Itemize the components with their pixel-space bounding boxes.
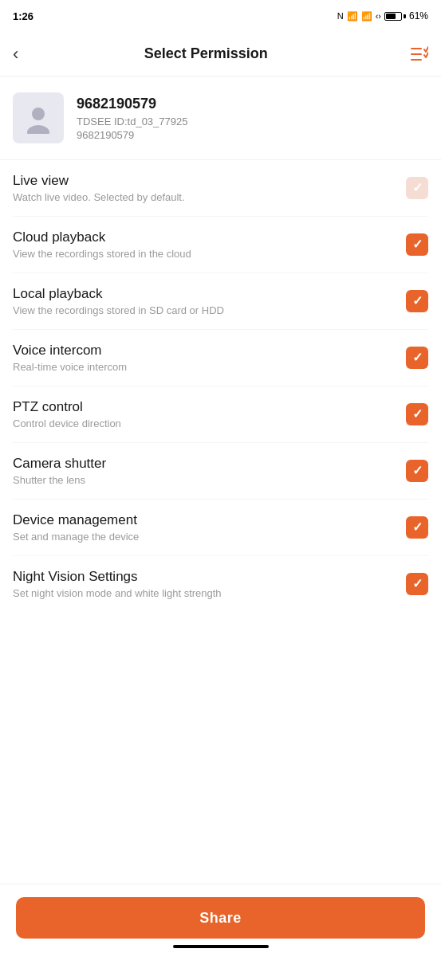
wifi-icon: 📶 xyxy=(361,11,372,22)
profile-sub-id: 9682190579 xyxy=(77,129,187,141)
permission-name: Camera shutter xyxy=(13,456,396,472)
permission-desc: Set and manage the device xyxy=(13,531,396,543)
checkmark-icon: ✓ xyxy=(412,238,423,251)
status-bar: 1:26 N 📶 📶 ‹› 61% xyxy=(0,0,441,32)
permission-desc: Real-time voice intercom xyxy=(13,361,396,373)
svg-point-3 xyxy=(32,108,45,120)
permission-desc: Watch live video. Selected by default. xyxy=(13,191,396,203)
permission-checkbox[interactable]: ✓ xyxy=(406,573,428,595)
permission-checkbox[interactable]: ✓ xyxy=(406,460,428,482)
profile-id: 9682190579 xyxy=(77,96,187,112)
status-icons: N 📶 📶 ‹› 61% xyxy=(337,10,428,22)
permission-text: Night Vision Settings Set night vision m… xyxy=(13,569,396,599)
checkmark-icon: ✓ xyxy=(412,295,423,308)
permission-item[interactable]: PTZ control Control device direction ✓ xyxy=(13,386,428,443)
battery-icon xyxy=(384,12,406,21)
permission-text: Device management Set and manage the dev… xyxy=(13,512,396,543)
permission-text: Voice intercom Real-time voice intercom xyxy=(13,343,396,373)
permission-checkbox[interactable]: ✓ xyxy=(406,516,428,539)
svg-rect-0 xyxy=(411,48,422,49)
permission-name: PTZ control xyxy=(13,399,396,415)
permission-text: Live view Watch live video. Selected by … xyxy=(13,173,396,203)
permission-checkbox[interactable]: ✓ xyxy=(406,347,428,369)
permission-name: Night Vision Settings xyxy=(13,569,396,585)
svg-rect-1 xyxy=(411,53,422,55)
permission-checkbox[interactable]: ✓ xyxy=(406,233,428,256)
permission-desc: View the recordings stored in SD card or… xyxy=(13,304,396,316)
header: ‹ Select Permission xyxy=(0,32,441,76)
list-check-icon[interactable] xyxy=(411,45,428,63)
permission-item[interactable]: Device management Set and manage the dev… xyxy=(13,500,428,556)
checkmark-icon: ✓ xyxy=(412,521,423,534)
share-button[interactable]: Share xyxy=(16,897,425,939)
permission-desc: Shutter the lens xyxy=(13,474,396,486)
page-title: Select Permission xyxy=(25,45,387,62)
signal-bars-icon: ‹› xyxy=(376,11,381,21)
permissions-list: Live view Watch live video. Selected by … xyxy=(0,160,441,612)
checkmark-icon: ✓ xyxy=(412,465,423,477)
home-bar xyxy=(173,945,269,948)
checkmark-icon: ✓ xyxy=(412,408,423,421)
network-icon: N xyxy=(337,11,344,21)
home-indicator xyxy=(16,939,425,951)
permission-item[interactable]: Live view Watch live video. Selected by … xyxy=(13,160,428,217)
profile-section: 9682190579 TDSEE ID:td_03_77925 96821905… xyxy=(0,76,441,160)
permission-text: PTZ control Control device direction xyxy=(13,399,396,429)
back-button[interactable]: ‹ xyxy=(13,41,25,68)
checkmark-icon: ✓ xyxy=(412,578,423,590)
permission-checkbox[interactable]: ✓ xyxy=(406,403,428,425)
permission-desc: Set night vision mode and white light st… xyxy=(13,587,396,599)
permission-item[interactable]: Night Vision Settings Set night vision m… xyxy=(13,556,428,612)
permission-item[interactable]: Cloud playback View the recordings store… xyxy=(13,217,428,273)
checkmark-icon: ✓ xyxy=(412,351,423,364)
battery-percent: 61% xyxy=(409,10,428,22)
permission-desc: View the recordings stored in the cloud xyxy=(13,248,396,260)
permission-name: Device management xyxy=(13,512,396,528)
permission-name: Voice intercom xyxy=(13,343,396,359)
permission-text: Camera shutter Shutter the lens xyxy=(13,456,396,486)
main-content: 9682190579 TDSEE ID:td_03_77925 96821905… xyxy=(0,76,441,708)
signal-icon: 📶 xyxy=(347,11,358,22)
permission-text: Cloud playback View the recordings store… xyxy=(13,229,396,260)
share-container: Share xyxy=(0,884,441,980)
permission-text: Local playback View the recordings store… xyxy=(13,286,396,316)
checkmark-icon: ✓ xyxy=(412,182,423,194)
permission-name: Local playback xyxy=(13,286,396,302)
permission-name: Live view xyxy=(13,173,396,189)
permission-item[interactable]: Local playback View the recordings store… xyxy=(13,273,428,330)
avatar xyxy=(13,92,64,143)
profile-info: 9682190579 TDSEE ID:td_03_77925 96821905… xyxy=(77,96,187,141)
status-time: 1:26 xyxy=(13,10,33,22)
svg-point-4 xyxy=(27,125,49,134)
permission-item[interactable]: Voice intercom Real-time voice intercom … xyxy=(13,330,428,386)
permission-checkbox[interactable]: ✓ xyxy=(406,290,428,312)
profile-tdsee-id: TDSEE ID:td_03_77925 xyxy=(77,116,187,127)
svg-rect-2 xyxy=(411,59,422,61)
permission-checkbox[interactable]: ✓ xyxy=(406,177,428,199)
permission-name: Cloud playback xyxy=(13,229,396,245)
permission-item[interactable]: Camera shutter Shutter the lens ✓ xyxy=(13,443,428,500)
permission-desc: Control device direction xyxy=(13,417,396,429)
